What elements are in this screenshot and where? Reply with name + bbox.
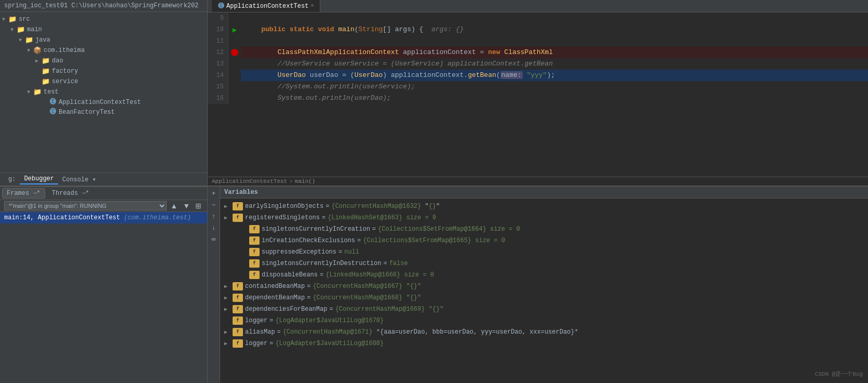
remove-watch-button[interactable]: − (209, 200, 219, 209)
debugger-tab[interactable]: Debugger (20, 174, 58, 184)
var-eq-6: = (383, 260, 387, 267)
var-row-disposable-beans[interactable]: f disposableBeans = {LinkedHashMap@1666}… (220, 269, 868, 281)
var-row-singletons-in-creation[interactable]: f singletonsCurrentlyInCreation = {Colle… (220, 223, 868, 235)
tree-item-test[interactable]: ▼ 📁 test (0, 87, 207, 97)
gutter-14 (228, 70, 241, 81)
down-button[interactable]: ▼ (181, 201, 192, 210)
tree-arrow-test[interactable]: ▼ (27, 89, 33, 95)
scroll-up-button[interactable]: ↑ (209, 212, 219, 221)
var-name-11: logger (245, 317, 267, 324)
gutter-9 (228, 12, 241, 24)
tree-label-act: ApplicationContextTest (59, 99, 141, 106)
var-row-in-creation-check[interactable]: f inCreationCheckExclusions = {Collectio… (220, 235, 868, 246)
debug-prefix-tab: g: (4, 175, 20, 184)
var-name-9: dependentBeanMap (245, 294, 305, 301)
code-editor[interactable]: 9 10 ▶ public static void main(String[] … (208, 12, 868, 177)
var-arrow-10[interactable]: ▶ (224, 306, 233, 312)
var-field-icon-1: f (233, 202, 243, 210)
breadcrumb-method[interactable]: main() (295, 178, 316, 184)
thread-select[interactable]: *"main"@1 in group "main": RUNNING (4, 201, 167, 210)
var-row-dependent-bean-map[interactable]: ▶ f dependentBeanMap = {ConcurrentHashMa… (220, 292, 868, 303)
var-arrow-12[interactable]: ▶ (224, 329, 233, 335)
var-field-icon-4: f (249, 236, 260, 245)
tree-label-src: src (19, 16, 30, 23)
var-field-icon-13: f (233, 339, 243, 348)
var-row-logger-1[interactable]: f logger = {LogAdapter$JavaUtilLog@1670} (220, 315, 868, 326)
tree-label-bft: BeanFactoryTest (59, 109, 115, 116)
console-tab[interactable]: Console ▾ (58, 175, 100, 184)
line-num-9: 9 (208, 12, 228, 24)
frame-item-selected[interactable]: main:14, ApplicationContextTest (com.ith… (0, 212, 207, 223)
var-arrow-9[interactable]: ▶ (224, 295, 233, 301)
var-eq-3: = (372, 226, 376, 233)
code-line-10: 10 ▶ public static void main(String[] ar… (208, 24, 868, 35)
infinity-button[interactable]: ∞ (209, 234, 219, 244)
code-content-9 (241, 12, 868, 24)
gutter-13 (228, 58, 241, 70)
watermark: CSDN @是一个Bug (815, 370, 863, 378)
var-row-suppressed-exceptions[interactable]: f suppressedExceptions = null (220, 246, 868, 258)
var-name-4: inCreationCheckExclusions (262, 237, 355, 244)
frames-tab[interactable]: Frames →* (2, 188, 45, 199)
tab-close-button[interactable]: × (310, 3, 314, 9)
var-val-10: {ConcurrentHashMap@1669} "{}" (335, 306, 444, 313)
var-field-icon-3: f (249, 225, 260, 233)
var-row-contained-bean-map[interactable]: ▶ f containedBeanMap = {ConcurrentHashMa… (220, 281, 868, 292)
filter-button[interactable]: ⊞ (194, 201, 203, 210)
var-name-2: registeredSingletons (245, 214, 320, 221)
frame-label-selected: main:14, ApplicationContextTest (com.ith… (4, 214, 191, 221)
tab-application-context-test[interactable]: 🅒 ApplicationContextTest × (212, 0, 320, 12)
tree-item-src[interactable]: ▼ 📁 src (0, 14, 207, 24)
code-content-10: public static void main(String[] args) {… (241, 24, 868, 35)
tree-item-dao[interactable]: ▶ 📁 dao (0, 56, 207, 66)
var-arrow-1[interactable]: ▶ (224, 203, 233, 209)
tree-arrow-dao[interactable]: ▶ (35, 58, 42, 64)
tree-item-main[interactable]: ▼ 📁 main (0, 24, 207, 35)
tree-item-bean-factory-test[interactable]: 🅒 BeanFactoryTest (0, 107, 207, 117)
var-row-singletons-in-destruction[interactable]: f singletonsCurrentlyInDestruction = fal… (220, 258, 868, 269)
tree-item-service[interactable]: 📁 service (0, 76, 207, 87)
debug-left-panel: Frames →* Threads →* *"main"@1 in group … (0, 187, 208, 383)
tree-item-factory[interactable]: 📁 factory (0, 66, 207, 76)
var-name-12: aliasMap (245, 328, 275, 336)
var-val-8: {ConcurrentHashMap@1667} "{}" (313, 283, 421, 290)
tree-arrow-src[interactable]: ▼ (2, 17, 8, 22)
var-row-early-singleton[interactable]: ▶ f earlySingletonObjects = {ConcurrentH… (220, 201, 868, 212)
tree-arrow-main[interactable]: ▼ (10, 27, 17, 33)
tree-item-java[interactable]: ▼ 📁 java (0, 35, 207, 45)
tree-arrow-java[interactable]: ▼ (19, 37, 25, 43)
tree-item-application-context-test[interactable]: 🅒 ApplicationContextTest (0, 97, 207, 107)
add-watch-button[interactable]: + (209, 189, 219, 198)
file-icon-bft: 🅒 (50, 108, 57, 116)
up-button[interactable]: ▲ (169, 201, 179, 210)
line-num-16: 16 (208, 93, 228, 104)
var-val-12: {ConcurrentHashMap@1671} *{aaa=userDao, … (283, 328, 578, 336)
var-field-icon-8: f (233, 282, 243, 290)
var-row-alias-map[interactable]: ▶ f aliasMap = {ConcurrentHashMap@1671} … (220, 326, 868, 338)
debug-section: Frames →* Threads →* *"main"@1 in group … (0, 186, 868, 383)
tree-item-com-itheima[interactable]: ▼ 📦 com.itheima (0, 45, 207, 56)
variables-header: Variables (220, 187, 868, 199)
var-row-logger-2[interactable]: ▶ f logger = {LogAdapter$JavaUtilLog@160… (220, 338, 868, 349)
line-num-13: 13 (208, 58, 228, 70)
code-content-12: ClassPathXmlApplicationContext applicati… (241, 47, 868, 58)
var-eq-10: = (329, 306, 333, 313)
var-arrow-2[interactable]: ▶ (224, 215, 233, 221)
line-num-10: 10 (208, 24, 228, 35)
tree-label-com-itheima: com.itheima (44, 47, 85, 54)
scroll-down-button[interactable]: ↓ (209, 223, 219, 232)
breadcrumb-class[interactable]: ApplicationContextTest (212, 178, 287, 184)
var-eq-5: = (338, 248, 342, 256)
threads-tab[interactable]: Threads →* (47, 188, 94, 199)
tree-arrow-com-itheima[interactable]: ▼ (27, 48, 33, 54)
variables-content: ▶ f earlySingletonObjects = {ConcurrentH… (220, 199, 868, 383)
var-row-dependencies-for-bean[interactable]: ▶ f dependenciesForBeanMap = {Concurrent… (220, 303, 868, 315)
var-field-icon-6: f (249, 259, 260, 268)
run-arrow-icon: ▶ (233, 25, 237, 34)
tree-label-main: main (27, 26, 42, 33)
folder-icon-java: 📁 (25, 36, 33, 44)
code-content-11 (241, 35, 868, 47)
var-row-registered-singletons[interactable]: ▶ f registeredSingletons = {LinkedHashSe… (220, 212, 868, 223)
var-arrow-13[interactable]: ▶ (224, 340, 233, 347)
var-arrow-8[interactable]: ▶ (224, 283, 233, 289)
